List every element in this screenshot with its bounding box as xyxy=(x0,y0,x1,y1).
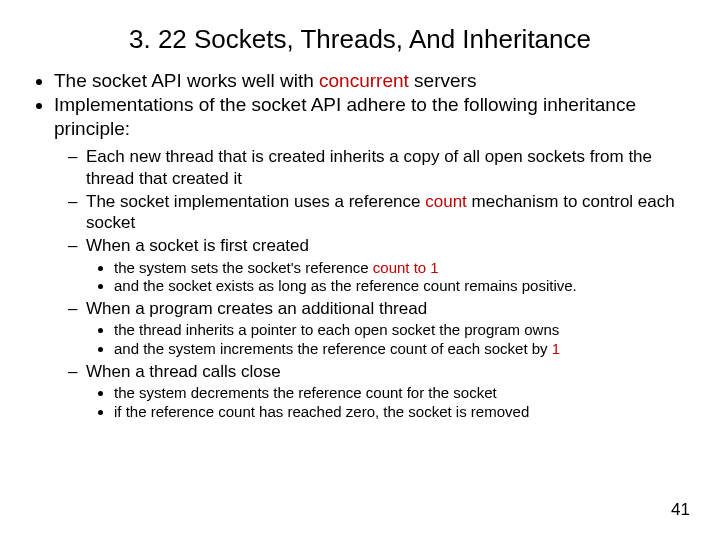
highlight-1: 1 xyxy=(552,340,560,357)
highlight-count: count xyxy=(425,192,467,211)
slide: 3. 22 Sockets, Threads, And Inheritance … xyxy=(0,0,720,540)
sub-2: The socket implementation uses a referen… xyxy=(86,191,692,234)
subsub-5b: if the reference count has reached zero,… xyxy=(114,403,692,422)
bullet-2: Implementations of the socket API adhere… xyxy=(54,93,692,422)
sub-5: When a thread calls close the system dec… xyxy=(86,361,692,422)
sub-1: Each new thread that is created inherits… xyxy=(86,146,692,189)
subsub-list-2: the thread inherits a pointer to each op… xyxy=(86,321,692,359)
subsub-4b: and the system increments the reference … xyxy=(114,340,692,359)
subsub-5a: the system decrements the reference coun… xyxy=(114,384,692,403)
subsub-4a: the thread inherits a pointer to each op… xyxy=(114,321,692,340)
highlight-count-to-1: count to 1 xyxy=(373,259,439,276)
subsub-list-3: the system decrements the reference coun… xyxy=(86,384,692,422)
slide-title: 3. 22 Sockets, Threads, And Inheritance xyxy=(28,24,692,55)
subsub-list-1: the system sets the socket's reference c… xyxy=(86,259,692,297)
sub-3: When a socket is first created the syste… xyxy=(86,235,692,296)
sub-list: Each new thread that is created inherits… xyxy=(54,146,692,421)
bullet-1: The socket API works well with concurren… xyxy=(54,69,692,93)
subsub-3a: the system sets the socket's reference c… xyxy=(114,259,692,278)
bullet-list: The socket API works well with concurren… xyxy=(28,69,692,422)
subsub-3b: and the socket exists as long as the ref… xyxy=(114,277,692,296)
sub-4: When a program creates an additional thr… xyxy=(86,298,692,359)
page-number: 41 xyxy=(671,500,690,520)
highlight-concurrent: concurrent xyxy=(319,70,409,91)
